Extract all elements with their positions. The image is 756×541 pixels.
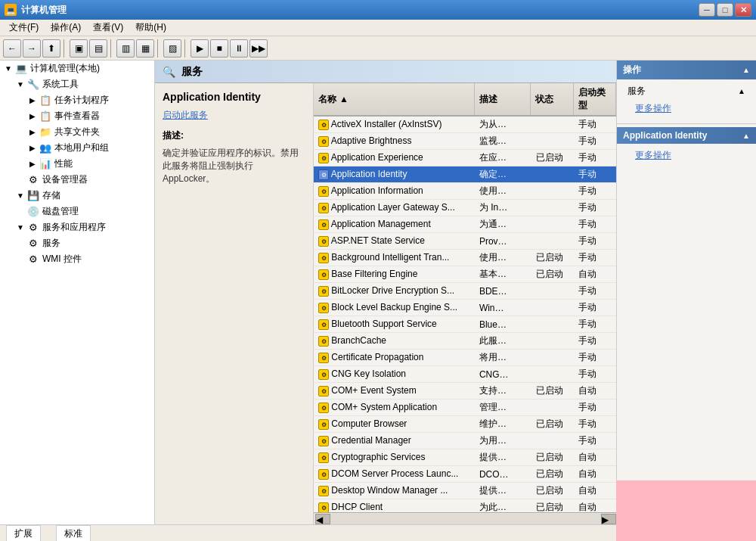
tree-item-label: 设备管理器 [42, 173, 88, 186]
minimize-button[interactable]: ─ [699, 3, 715, 17]
service-startup: 自动 [574, 499, 616, 512]
menu-action[interactable]: 操作(A) [45, 20, 87, 36]
list-item[interactable]: ⚙ ASP.NET State Service Prov… 手动 [314, 233, 616, 250]
service-name: ⚙ BranchCache [314, 334, 475, 349]
services-content: Application Identity 启动此服务 描述: 确定并验证应用程序… [155, 83, 616, 524]
list-item[interactable]: ⚙ COM+ System Application 管理… 手动 [314, 400, 616, 416]
list-item[interactable]: ⚙ ActiveX Installer (AxInstSV) 为从… 手动 [314, 117, 616, 133]
tree-item-event-viewer[interactable]: ▶ 📋 事件查看器 [0, 108, 154, 124]
tree-toggle[interactable]: ▶ [27, 143, 38, 154]
operations-header: 操作 ▲ [617, 61, 756, 79]
service-status [531, 140, 574, 143]
services-section-label[interactable]: 服务 ▲ [623, 82, 750, 100]
list-item[interactable]: ⚙ Background Intelligent Tran... 使用… 已启动… [314, 250, 616, 266]
tree-toggle[interactable]: ▶ [27, 95, 38, 106]
menu-view[interactable]: 查看(V) [87, 20, 129, 36]
list-item[interactable]: ⚙ Cryptographic Services 提供… 已启动 自动 [314, 449, 616, 466]
header-desc[interactable]: 描述 [475, 83, 531, 115]
tree-item-system-tools[interactable]: ▼ 🔧 系统工具 [0, 76, 154, 92]
disk-icon: 💿 [27, 206, 39, 218]
tree-toggle[interactable]: ▼ [15, 191, 26, 201]
service-startup: 手动 [574, 183, 616, 199]
tree-item-computer[interactable]: ▼ 💻 计算机管理(本地) [0, 61, 154, 76]
tree-item-local-users[interactable]: ▶ 👥 本地用户和组 [0, 140, 154, 156]
list-item[interactable]: ⚙ Application Layer Gateway S... 为 In… 手… [314, 200, 616, 216]
export-button[interactable]: ▦ [136, 39, 154, 58]
list-item[interactable]: ⚙ CNG Key Isolation CNG… 手动 [314, 366, 616, 383]
scroll-track[interactable] [330, 514, 601, 524]
list-item[interactable]: ⚙ Base Filtering Engine 基本… 已启动 自动 [314, 266, 616, 283]
tab-standard[interactable]: 标准 [56, 525, 91, 542]
tree-toggle[interactable]: ▼ [3, 64, 14, 74]
scroll-left-btn[interactable]: ◀ [315, 514, 330, 524]
tree-toggle[interactable]: ▶ [27, 111, 38, 122]
list-item[interactable]: ⚙ DHCP Client 为此… 已启动 自动 [314, 499, 616, 512]
back-button[interactable]: ← [3, 39, 21, 58]
list-item[interactable]: ⚙ Computer Browser 维护… 已启动 手动 [314, 416, 616, 433]
menu-file[interactable]: 文件(F) [3, 20, 45, 36]
menu-help[interactable]: 帮助(H) [129, 20, 172, 36]
tree-item-disk-management[interactable]: 💿 磁盘管理 [0, 204, 154, 219]
help-button[interactable]: ▨ [163, 39, 181, 58]
name-label: 名称 [318, 93, 336, 106]
tree-item-scheduler[interactable]: ▶ 📋 任务计划程序 [0, 92, 154, 108]
view-button[interactable]: ▤ [89, 39, 107, 58]
up-button[interactable]: ⬆ [42, 39, 60, 58]
close-button[interactable]: ✕ [735, 3, 751, 17]
list-item[interactable]: ⚙ Application Management 为通… 手动 [314, 216, 616, 233]
maximize-button[interactable]: □ [717, 3, 733, 17]
list-item[interactable]: ⚙ Credential Manager 为用… 手动 [314, 433, 616, 449]
horizontal-scrollbar[interactable]: ◀ ▶ [314, 512, 616, 524]
next-button[interactable]: ▶▶ [249, 39, 268, 58]
service-icon: ⚙ [318, 269, 329, 280]
list-item[interactable]: ⚙ Block Level Backup Engine S... Win… 手动 [314, 300, 616, 316]
tree-item-shared-folders[interactable]: ▶ 📁 共享文件夹 [0, 124, 154, 140]
service-status: 已启动 [531, 416, 574, 432]
tree-item-performance[interactable]: ▶ 📊 性能 [0, 156, 154, 172]
header-name[interactable]: 名称 ▲ [314, 83, 475, 115]
tree-toggle[interactable]: ▶ [27, 127, 38, 138]
tree-toggle[interactable]: ▼ [15, 79, 26, 90]
list-item[interactable]: ⚙ Adaptive Brightness 监视… 手动 [314, 133, 616, 150]
services-section: 服务 ▲ 更多操作 [617, 79, 756, 120]
tab-expand[interactable]: 扩展 [6, 525, 41, 542]
service-startup: 手动 [574, 200, 616, 216]
tree-toggle[interactable]: ▼ [15, 222, 26, 233]
service-status: 已启动 [531, 499, 574, 512]
stop-button[interactable]: ■ [210, 39, 228, 58]
service-name: ⚙ Certificate Propagation [314, 350, 475, 365]
start-service-link[interactable]: 启动此服务 [163, 109, 305, 122]
header-startup[interactable]: 启动类型 [574, 83, 616, 115]
list-item[interactable]: ⚙ COM+ Event System 支持… 已启动 自动 [314, 383, 616, 400]
more-operations2-link[interactable]: 更多操作 [623, 147, 750, 164]
tree-item-device-manager[interactable]: ⚙ 设备管理器 [0, 172, 154, 188]
app-identity-section: 更多操作 [617, 144, 756, 167]
right-panel: 操作 ▲ 服务 ▲ 更多操作 Application Identity ▲ 更多… [616, 61, 756, 524]
more-operations-link[interactable]: 更多操作 [623, 100, 750, 117]
service-icon: ⚙ [318, 120, 329, 130]
device-icon: ⚙ [27, 174, 39, 186]
tree-item-wmi[interactable]: ⚙ WMI 控件 [0, 251, 154, 267]
pause-button[interactable]: ⏸ [230, 39, 248, 58]
tree-item-services-apps[interactable]: ▼ ⚙ 服务和应用程序 [0, 219, 154, 235]
list-item[interactable]: ⚙ BitLocker Drive Encryption S... BDE… 手… [314, 283, 616, 300]
tree-item-storage[interactable]: ▼ 💾 存储 [0, 188, 154, 204]
list-item[interactable]: ⚙ Desktop Window Manager ... 提供… 已启动 自动 [314, 483, 616, 499]
service-desc: Win… [475, 301, 531, 315]
list-item[interactable]: ⚙ Bluetooth Support Service Blue… 手动 [314, 316, 616, 333]
list-item[interactable]: ⚙ Certificate Propagation 将用… 手动 [314, 350, 616, 366]
tree-item-services[interactable]: ⚙ 服务 [0, 235, 154, 251]
forward-button[interactable]: → [23, 39, 41, 58]
list-item[interactable]: ⚙ Application Information 使用… 手动 [314, 183, 616, 200]
list-item-selected[interactable]: ⚙ Application Identity 确定… 手动 [314, 166, 616, 183]
list-item[interactable]: ⚙ DCOM Server Process Launc... DCO… 已启动 … [314, 466, 616, 483]
scroll-right-btn[interactable]: ▶ [601, 514, 616, 524]
service-desc: 提供… [475, 449, 531, 465]
new-window-button[interactable]: ▥ [116, 39, 135, 58]
list-item[interactable]: ⚙ BranchCache 此服… 手动 [314, 333, 616, 350]
show-hide-button[interactable]: ▣ [70, 39, 88, 58]
header-status[interactable]: 状态 [531, 83, 573, 115]
play-button[interactable]: ▶ [191, 39, 209, 58]
list-item[interactable]: ⚙ Application Experience 在应… 已启动 手动 [314, 150, 616, 166]
tree-toggle[interactable]: ▶ [27, 159, 38, 169]
